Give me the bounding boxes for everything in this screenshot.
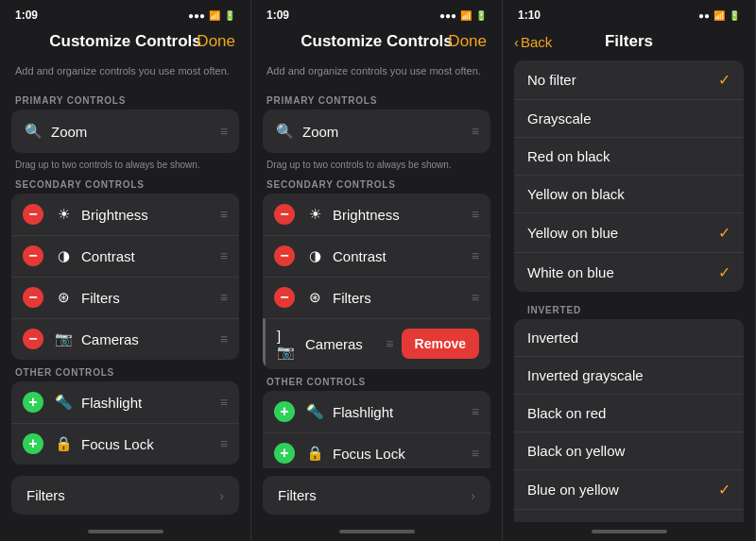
zoom-label-2: Zoom (302, 124, 472, 140)
filters-icon-1: ⊛ (53, 287, 74, 308)
list-item-contrast-1[interactable]: − ◑ Contrast ≡ (11, 235, 239, 276)
filters-nav-label-2: Filters (278, 487, 317, 503)
filter-yellow-on-blue[interactable]: Yellow on blue ✓ (514, 212, 744, 252)
drag-handle-contrast-1[interactable]: ≡ (220, 248, 228, 263)
filter-black-on-yellow[interactable]: Black on yellow (514, 431, 744, 469)
drag-handle-focuslock-2[interactable]: ≡ (472, 446, 479, 461)
list-item-zoom-1[interactable]: 🔍 Zoom ≡ (11, 111, 239, 151)
flashlight-icon-2: 🔦 (304, 401, 325, 422)
drag-handle-brightness-2[interactable]: ≡ (472, 207, 479, 222)
filter-no-filter[interactable]: No filter ✓ (514, 60, 744, 99)
list-item-cameras-2[interactable]: ] 📷 Cameras ≡ Remove (263, 318, 490, 368)
filter-grayscale-label: Grayscale (527, 110, 592, 127)
list-item-focuslock-2[interactable]: + 🔒 Focus Lock ≡ (263, 432, 490, 468)
brightness-icon-2: ☀ (304, 204, 325, 225)
other-section-label-2: OTHER CONTROLS (263, 369, 490, 391)
time-3: 1:10 (518, 8, 541, 22)
back-label-3: Back (521, 34, 552, 50)
list-item-zoom-2[interactable]: 🔍 Zoom ≡ (263, 111, 490, 151)
plus-flashlight-2[interactable]: + (274, 401, 295, 422)
drag-handle-brightness-1[interactable]: ≡ (220, 207, 228, 222)
flashlight-label-1: Flashlight (81, 395, 220, 411)
primary-group-2: 🔍 Zoom ≡ (263, 110, 490, 153)
drag-handle-cameras-1[interactable]: ≡ (220, 331, 228, 347)
minus-contrast-1[interactable]: − (23, 245, 43, 266)
secondary-section-label-1: SECONDARY CONTROLS (11, 178, 239, 194)
filter-white-on-blue[interactable]: White on blue ✓ (514, 252, 744, 292)
drag-handle-cameras-2[interactable]: ≡ (386, 336, 393, 351)
minus-contrast-2[interactable]: − (274, 245, 295, 266)
list-item-brightness-1[interactable]: − ☀ Brightness ≡ (11, 194, 239, 234)
filters-nav-2[interactable]: Filters › (263, 476, 490, 515)
minus-brightness-1[interactable]: − (23, 204, 43, 225)
list-item-brightness-2[interactable]: − ☀ Brightness ≡ (263, 194, 490, 234)
battery-icon: 🔋 (224, 10, 235, 21)
filter-blue-on-yellow[interactable]: Blue on yellow ✓ (514, 469, 744, 509)
list-item-flashlight-2[interactable]: + 🔦 Flashlight ≡ (263, 392, 490, 431)
list-item-cameras-1[interactable]: − 📷 Cameras ≡ (11, 318, 239, 359)
minus-filters-1[interactable]: − (23, 287, 43, 308)
status-bar-3: 1:10 ●● 📶 🔋 (503, 0, 755, 26)
filter-yellow-on-black[interactable]: Yellow on black (514, 175, 744, 212)
minus-cameras-1[interactable]: − (23, 329, 43, 349)
remove-button-2[interactable]: Remove (402, 329, 479, 359)
wifi-icon-2: 📶 (460, 10, 472, 21)
page-title-1: Customize Controls (49, 32, 201, 51)
drag-handle-zoom-2[interactable]: ≡ (472, 124, 479, 139)
drag-handle-flashlight-1[interactable]: ≡ (220, 395, 228, 410)
primary-section-label-1: PRIMARY CONTROLS (0, 88, 250, 110)
status-icons-1: ●●● 📶 🔋 (188, 10, 235, 21)
home-bar-3 (592, 530, 667, 533)
other-section-label-1: OTHER CONTROLS (11, 360, 239, 381)
list-item-filters-2[interactable]: − ⊛ Filters ≡ (263, 277, 490, 317)
filter-grayscale[interactable]: Grayscale (514, 99, 744, 137)
battery-icon-2: 🔋 (475, 10, 487, 21)
list-item-flashlight-1[interactable]: + 🔦 Flashlight ≡ (11, 382, 239, 422)
cameras-label-2: Cameras (305, 336, 386, 352)
filter-yellow-on-black-label: Yellow on black (527, 186, 625, 202)
wifi-icon-3: 📶 (713, 10, 725, 21)
done-button-2[interactable]: Done (448, 32, 487, 51)
focuslock-label-2: Focus Lock (333, 446, 472, 462)
minus-brightness-2[interactable]: − (274, 204, 295, 225)
drag-handle-focuslock-1[interactable]: ≡ (220, 436, 228, 451)
minus-filters-2[interactable]: − (274, 287, 295, 308)
home-indicator-1 (0, 522, 250, 541)
filters-nav-1[interactable]: Filters › (11, 476, 239, 515)
drag-handle-zoom-1[interactable]: ≡ (220, 124, 228, 139)
filter-inverted[interactable]: Inverted (514, 319, 744, 356)
focuslock-icon-1: 🔒 (53, 433, 74, 454)
filters-icon-2: ⊛ (304, 287, 325, 308)
zoom-icon-2: 🔍 (274, 121, 295, 142)
filter-black-on-red[interactable]: Black on red (514, 394, 744, 431)
filter-inverted-grayscale[interactable]: Inverted grayscale (514, 356, 744, 394)
list-item-contrast-2[interactable]: − ◑ Contrast ≡ (263, 235, 490, 276)
drag-handle-contrast-2[interactable]: ≡ (472, 248, 479, 263)
plus-focuslock-2[interactable]: + (274, 443, 295, 464)
inverted-section-label: INVERTED (514, 294, 744, 319)
filter-white-on-blue-check: ✓ (718, 263, 730, 281)
drag-handle-filters-1[interactable]: ≡ (220, 290, 228, 305)
back-button-3[interactable]: ‹ Back (514, 34, 552, 50)
filter-no-filter-label: No filter (527, 72, 576, 88)
time-2: 1:09 (266, 8, 289, 22)
filters-nav-chevron-1: › (219, 488, 224, 503)
filter-red-on-black[interactable]: Red on black (514, 137, 744, 175)
brightness-icon-1: ☀ (53, 204, 74, 225)
battery-icon-3: 🔋 (729, 10, 740, 21)
filter-blue-on-white[interactable]: Blue on white ✓ (514, 509, 744, 522)
flashlight-icon-1: 🔦 (53, 392, 74, 413)
done-button-1[interactable]: Done (197, 32, 235, 51)
drag-handle-filters-2[interactable]: ≡ (472, 290, 479, 305)
brightness-label-1: Brightness (81, 207, 220, 223)
drag-hint-2: Drag up to two controls to always be sho… (263, 153, 490, 178)
list-item-filters-1[interactable]: − ⊛ Filters ≡ (11, 277, 239, 317)
panel-content-2: 🔍 Zoom ≡ Drag up to two controls to alwa… (251, 110, 502, 468)
drag-handle-flashlight-2[interactable]: ≡ (472, 404, 479, 419)
home-indicator-3 (503, 522, 755, 541)
list-item-focuslock-1[interactable]: + 🔒 Focus Lock ≡ (11, 423, 239, 464)
contrast-label-2: Contrast (333, 248, 472, 264)
plus-flashlight-1[interactable]: + (23, 392, 43, 413)
plus-focuslock-1[interactable]: + (23, 433, 43, 454)
nav-header-3: ‹ Back Filters (503, 26, 755, 60)
